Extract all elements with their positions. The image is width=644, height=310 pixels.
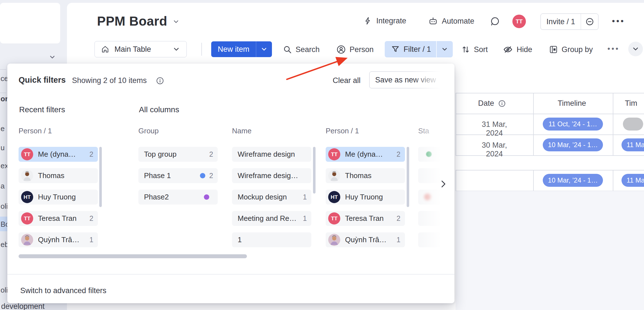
collapse-toolbar-button[interactable] bbox=[628, 42, 643, 56]
invite-button[interactable]: Invite / 1 bbox=[541, 14, 598, 30]
avatar: TT bbox=[328, 148, 340, 160]
person-label: Person bbox=[350, 45, 374, 54]
group-by-icon bbox=[549, 45, 558, 54]
filter-option-name[interactable]: Mockup design 1 bbox=[232, 190, 311, 205]
copy-link-section[interactable] bbox=[581, 14, 598, 30]
timeline-header-label: Timeline bbox=[558, 99, 586, 108]
filter-option-label: Mockup design bbox=[238, 193, 287, 201]
group-color-dot bbox=[200, 173, 205, 178]
view-selector[interactable]: Main Table bbox=[94, 41, 187, 57]
avatar: TT bbox=[328, 212, 340, 224]
board-title-chevron-icon[interactable] bbox=[172, 18, 181, 25]
board-menu-button[interactable]: ••• bbox=[612, 16, 625, 26]
filter-option-top-group[interactable]: Top group 2 bbox=[138, 147, 218, 162]
filter-option-quynh[interactable]: Quỳnh Trâ… 1 bbox=[19, 232, 98, 247]
scrollbar-vertical[interactable] bbox=[99, 147, 102, 207]
table-border bbox=[456, 114, 644, 114]
filter-option-me[interactable]: TT Me (dyna… 2 bbox=[19, 147, 98, 162]
sidebar-item[interactable]: oli bbox=[1, 286, 8, 295]
date-cell[interactable]: 30 Mar, 2024 bbox=[473, 141, 516, 158]
new-item-label: New item bbox=[211, 41, 256, 57]
column-header-timeline[interactable]: Timeline bbox=[558, 99, 586, 108]
filter-option-label: Me (dyna… bbox=[345, 150, 383, 159]
integrate-label: Integrate bbox=[376, 17, 406, 25]
hide-button[interactable]: Hide bbox=[503, 44, 532, 55]
filter-option-phase1[interactable]: Phase 1 2 bbox=[138, 168, 218, 183]
date-cell[interactable]: 31 Mar, 2024 bbox=[473, 120, 516, 138]
popup-subtitle: Showing 2 of 10 items bbox=[72, 76, 147, 85]
info-icon[interactable] bbox=[498, 100, 506, 107]
filter-button[interactable]: Filter / 1 bbox=[385, 41, 453, 57]
filter-option-me[interactable]: TT Me (dyna… 2 bbox=[326, 147, 405, 162]
search-label: Search bbox=[296, 45, 320, 54]
hide-label: Hide bbox=[517, 45, 532, 54]
table-border bbox=[613, 170, 613, 191]
scrollbar-horizontal[interactable] bbox=[19, 254, 247, 258]
recent-filters-heading: Recent filters bbox=[19, 105, 65, 114]
filter-option-label: Phase 1 bbox=[144, 171, 171, 180]
sidebar-item[interactable]: development bbox=[1, 302, 45, 310]
sidebar-item[interactable]: u bbox=[1, 143, 4, 152]
timeline-pill[interactable]: 11 Mar bbox=[622, 138, 644, 151]
filter-option-thomas[interactable]: Thomas bbox=[326, 168, 405, 183]
scroll-right-chevron-icon[interactable] bbox=[438, 179, 448, 189]
toolbar-menu-button[interactable]: ••• bbox=[607, 44, 620, 53]
scrollbar-vertical[interactable] bbox=[407, 147, 409, 207]
date-header-label: Date bbox=[478, 99, 494, 108]
integrate-button[interactable]: Integrate bbox=[363, 16, 406, 25]
filter-option-quynh[interactable]: Quỳnh Trâ… 1 bbox=[326, 232, 405, 247]
sidebar-top-card bbox=[0, 3, 60, 44]
count-badge: 2 bbox=[209, 172, 213, 180]
count-badge: 1 bbox=[303, 214, 307, 223]
sort-button[interactable]: Sort bbox=[461, 44, 488, 55]
filter-option-phase2[interactable]: Phase2 bbox=[138, 190, 218, 205]
person-filter-button[interactable]: Person bbox=[336, 44, 374, 55]
automate-button[interactable]: Automate bbox=[428, 16, 474, 26]
group-by-button[interactable]: Group by bbox=[549, 44, 593, 55]
home-icon bbox=[101, 45, 109, 53]
avatar-photo bbox=[328, 170, 340, 182]
count-badge: 1 bbox=[397, 236, 400, 244]
filter-option-name[interactable]: Wireframe design bbox=[232, 147, 311, 162]
filter-option-huy[interactable]: HT Huy Truong bbox=[19, 190, 98, 205]
filter-option-name[interactable]: Wireframe desig… bbox=[232, 168, 311, 183]
person-icon bbox=[336, 45, 346, 54]
search-button[interactable]: Search bbox=[283, 44, 320, 55]
sidebar-item[interactable]: e bbox=[1, 124, 4, 133]
filter-option-teresa[interactable]: TT Teresa Tran 2 bbox=[19, 211, 98, 226]
info-icon[interactable] bbox=[156, 77, 164, 85]
filter-option-teresa[interactable]: TT Teresa Tran 2 bbox=[326, 211, 405, 226]
filter-option-huy[interactable]: HT Huy Truong bbox=[326, 190, 405, 205]
column-header-date[interactable]: Date bbox=[478, 99, 506, 108]
timeline-pill[interactable]: 11 Oct, ’24 - 1… bbox=[543, 118, 603, 131]
sidebar-item[interactable]: or bbox=[1, 95, 8, 103]
updates-button[interactable] bbox=[490, 16, 500, 26]
timeline-pill-empty[interactable] bbox=[623, 118, 643, 131]
avatar[interactable]: TT bbox=[512, 15, 526, 28]
filter-label: Filter / 1 bbox=[404, 45, 431, 54]
timeline-pill[interactable]: 10 Mar, ’24 - 1… bbox=[543, 174, 603, 187]
board-canvas bbox=[456, 191, 644, 310]
sidebar-item[interactable]: a bbox=[1, 182, 4, 190]
filter-dropdown[interactable] bbox=[437, 46, 453, 53]
column-header-timeline-2[interactable]: Tim bbox=[625, 99, 637, 108]
timeline-pill[interactable]: 11 Mar bbox=[622, 174, 644, 187]
sort-arrows-icon bbox=[461, 45, 470, 54]
timeline-pill[interactable]: 10 Mar, ’24 - 1… bbox=[543, 138, 603, 151]
sidebar-collapse-chevron-icon[interactable] bbox=[48, 53, 57, 61]
switch-to-advanced-filters-link[interactable]: Switch to advanced filters bbox=[20, 286, 106, 295]
new-item-dropdown[interactable] bbox=[256, 41, 272, 57]
sidebar-item[interactable]: oli bbox=[1, 202, 8, 211]
avatar-photo bbox=[21, 234, 33, 246]
new-item-button[interactable]: New item bbox=[211, 41, 272, 57]
filter-option-thomas[interactable]: Thomas bbox=[19, 168, 98, 183]
filter-option-label: Me (dyna… bbox=[38, 150, 76, 159]
filter-option-name[interactable]: 1 bbox=[232, 232, 311, 247]
filter-option-label: Top group bbox=[144, 150, 177, 159]
page-title[interactable]: PPM Board bbox=[97, 14, 167, 29]
scrollbar-vertical[interactable] bbox=[313, 147, 316, 194]
filter-option-name[interactable]: Meeting and Re… 1 bbox=[232, 211, 311, 226]
clear-all-button[interactable]: Clear all bbox=[333, 76, 361, 85]
robot-icon bbox=[428, 16, 438, 26]
table-border bbox=[456, 93, 644, 93]
